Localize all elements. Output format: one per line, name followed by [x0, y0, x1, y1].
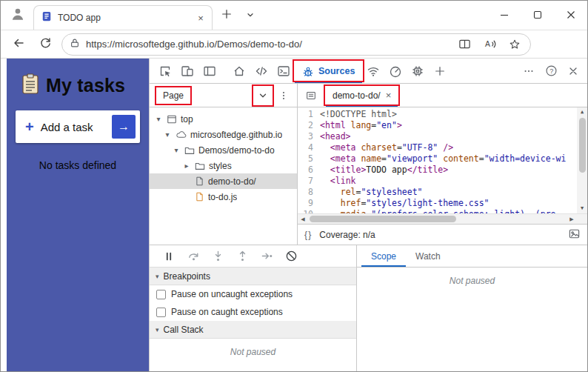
titlebar: TODO app × — [1, 1, 587, 30]
code-editor-lines: 1<!DOCTYPE html>2<html lang="en">3<head>… — [298, 107, 577, 213]
more-options-button[interactable] — [518, 59, 540, 83]
scope-watch-pane: Scope Watch Not paused — [357, 245, 587, 371]
help-button[interactable]: ? — [540, 59, 562, 83]
frame-icon — [167, 114, 177, 124]
tab-list-button[interactable] — [241, 6, 260, 25]
image-icon — [568, 227, 581, 240]
scroll-down-arrow[interactable]: ▼ — [577, 204, 587, 213]
add-tool-button[interactable] — [429, 59, 451, 83]
submit-arrow-icon: → — [112, 115, 136, 139]
console-tool-button[interactable] — [273, 59, 295, 83]
tree-item-domain[interactable]: ▾ microsoftedge.github.io — [150, 127, 297, 142]
navigator-tabs: Page — [150, 84, 297, 107]
code-line: 1<!DOCTYPE html> — [298, 109, 577, 120]
more-tabs-icon — [305, 90, 317, 102]
close-devtools-button[interactable] — [562, 59, 584, 83]
refresh-button[interactable] — [35, 34, 56, 55]
star-icon — [509, 39, 521, 50]
address-bar[interactable]: https://microsoftedge.github.io/Demos/de… — [61, 33, 531, 56]
devtools-panel: Sources ? — [149, 59, 587, 371]
tree-item-folder[interactable]: ▾ Demos/demo-to-do — [150, 142, 297, 158]
code-line: 10 media="(prefers-color-scheme: light),… — [298, 209, 577, 213]
person-icon — [10, 6, 26, 25]
expander-icon[interactable]: ▾ — [163, 130, 172, 139]
browser-tab[interactable]: TODO app × — [33, 5, 213, 30]
add-task-button[interactable]: + Add a task → — [16, 110, 140, 143]
layout-panel-button[interactable] — [198, 59, 221, 83]
vertical-scrollbar[interactable]: ▲ ▼ — [577, 107, 587, 213]
devtools-toolbar: Sources ? — [150, 59, 587, 84]
step-button[interactable] — [259, 249, 274, 264]
pause-script-button[interactable] — [161, 249, 176, 264]
performance-tool-button[interactable] — [384, 59, 407, 83]
horizontal-scrollbar[interactable]: ◀ ▶ — [298, 213, 587, 224]
page-tab[interactable]: Page — [157, 88, 190, 103]
tree-item-demo-to-do[interactable]: demo-to-do/ — [150, 173, 297, 189]
back-button[interactable] — [8, 34, 29, 55]
scrollbar-thumb[interactable] — [579, 118, 586, 173]
code-editor[interactable]: 1<!DOCTYPE html>2<html lang="en">3<head>… — [298, 107, 587, 213]
tree-item-top[interactable]: ▾ top — [150, 111, 297, 127]
editor-tab-demo-to-do[interactable]: demo-to-do/ × — [326, 84, 398, 107]
memory-chip-icon — [411, 64, 424, 78]
pretty-print-button[interactable]: { } — [304, 230, 310, 240]
profile-avatar[interactable] — [7, 4, 29, 27]
more-navigator-tabs-button[interactable] — [254, 87, 272, 104]
close-file-button[interactable]: × — [386, 90, 392, 100]
new-tab-button[interactable] — [217, 6, 236, 25]
layout-panel-icon — [203, 64, 216, 78]
memory-tool-button[interactable] — [407, 59, 429, 83]
tab-scope[interactable]: Scope — [361, 245, 406, 267]
sources-label: Sources — [318, 66, 355, 76]
call-stack-section-header[interactable]: ▾ Call Stack — [150, 321, 356, 339]
pause-uncaught-checkbox[interactable] — [156, 290, 166, 299]
image-preview-button[interactable] — [568, 227, 581, 242]
debugger-pane: ▾ Breakpoints Pause on uncaught exceptio… — [150, 245, 357, 371]
todo-app-favicon — [41, 11, 52, 24]
step-into-icon — [212, 250, 224, 262]
breakpoints-section-header[interactable]: ▾ Breakpoints — [150, 268, 356, 285]
step-out-button[interactable] — [235, 249, 250, 264]
scope-message: Not paused — [357, 268, 587, 286]
expander-icon[interactable]: ▸ — [182, 162, 191, 170]
lock-icon — [70, 38, 80, 51]
device-emulation-button[interactable] — [176, 59, 198, 83]
pause-uncaught-label: Pause on uncaught exceptions — [171, 289, 293, 299]
scroll-left-arrow[interactable]: ◀ — [298, 214, 308, 224]
tree-item-to-do-js[interactable]: to-do.js — [150, 189, 297, 205]
read-aloud-button[interactable]: A — [480, 35, 499, 54]
scroll-right-arrow[interactable]: ▶ — [567, 214, 577, 224]
navigator-menu-button[interactable] — [275, 87, 293, 104]
scrollbar-thumb[interactable] — [310, 216, 456, 222]
more-tabs-button[interactable] — [302, 87, 320, 104]
folder-icon — [195, 161, 205, 171]
step-over-button[interactable] — [186, 249, 201, 264]
tab-watch[interactable]: Watch — [406, 245, 450, 267]
favorites-button[interactable] — [505, 35, 524, 54]
inspect-element-button[interactable] — [154, 59, 176, 83]
pause-uncaught-row: Pause on uncaught exceptions — [150, 285, 356, 303]
elements-tool-button[interactable] — [250, 59, 273, 83]
empty-tasks-message: No tasks defined — [7, 159, 149, 171]
step-into-button[interactable] — [210, 249, 225, 264]
step-out-icon — [236, 250, 249, 262]
maximize-button[interactable] — [521, 1, 554, 30]
tab-close-button[interactable]: × — [194, 11, 207, 24]
deactivate-breakpoints-button[interactable] — [284, 249, 298, 264]
scroll-up-arrow[interactable]: ▲ — [577, 107, 587, 117]
close-window-button[interactable] — [554, 1, 587, 30]
minimize-button[interactable] — [487, 1, 521, 30]
pause-caught-checkbox[interactable] — [156, 308, 166, 317]
help-icon: ? — [545, 64, 558, 77]
expander-icon[interactable]: ▾ — [172, 146, 181, 154]
expander-icon[interactable]: ▾ — [154, 115, 163, 123]
coverage-label: Coverage: n/a — [319, 230, 375, 240]
sources-tool-tab[interactable]: Sources — [295, 59, 362, 83]
window-controls — [487, 1, 587, 30]
code-line: 9 href="styles/light-theme.css" — [298, 198, 577, 209]
network-tool-button[interactable] — [362, 59, 384, 83]
tree-item-styles[interactable]: ▸ styles — [150, 158, 297, 173]
welcome-tool-button[interactable] — [228, 59, 250, 83]
todo-app-panel: My tasks + Add a task → No tasks defined — [7, 59, 149, 371]
split-screen-button[interactable] — [455, 35, 474, 54]
